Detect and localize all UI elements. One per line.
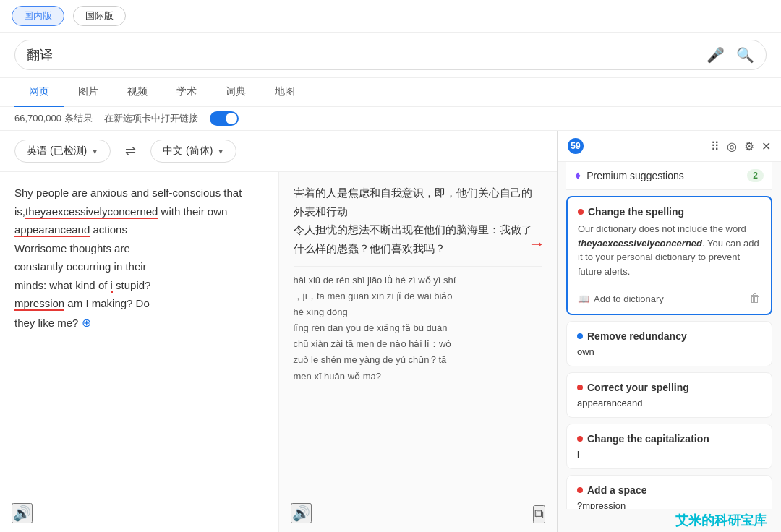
target-audio-button[interactable]: 🔊 xyxy=(291,503,312,523)
source-text: Shy people are anxious and self-consciou… xyxy=(14,184,264,332)
sugg-value-correct-spelling: appearanceand xyxy=(577,398,761,408)
lang-selectors: 英语 (已检测) ▼ ⇌ 中文 (简体) ▼ xyxy=(0,131,557,172)
suggestion-card-space[interactable]: Add a space ?mpression xyxy=(566,475,772,509)
add-to-dictionary-button[interactable]: 📖 Add to dictionary xyxy=(578,293,664,304)
nav-tab-map[interactable]: 地图 xyxy=(260,78,310,107)
sugg-header-spelling: Change the spelling xyxy=(578,206,761,218)
sugg-value-space: ?mpression xyxy=(577,500,761,509)
grammar-header-icons: ⠿ ◎ ⚙ ✕ xyxy=(711,140,771,153)
misspelled-word-label: theyaexcessivelyconcerned xyxy=(578,238,702,249)
target-copy-button[interactable]: ⧉ xyxy=(533,505,545,523)
branding: 艾米的科研宝库 xyxy=(558,509,781,532)
grammar-panel: 59 ⠿ ◎ ⚙ ✕ ♦ Premium suggestions 2 xyxy=(557,131,781,532)
sugg-title-space: Add a space xyxy=(587,484,646,496)
premium-count-badge: 2 xyxy=(747,169,764,182)
add-dict-icon: 📖 xyxy=(578,293,589,304)
search-bar: 🎤 🔍 xyxy=(0,33,781,78)
red-arrow-annotation: → xyxy=(528,230,545,257)
target-icon[interactable]: ◎ xyxy=(727,140,737,153)
dot-red-space xyxy=(577,487,583,493)
target-lang-select[interactable]: 中文 (简体) ▼ xyxy=(150,140,236,163)
sugg-title-spelling: Change the spelling xyxy=(588,206,684,218)
grammar-count-badge: 59 xyxy=(568,138,584,154)
sugg-value-capitalization: i xyxy=(577,449,761,460)
new-tab-toggle[interactable] xyxy=(210,111,239,126)
swap-langs-button[interactable]: ⇌ xyxy=(125,143,136,159)
suggestion-card-capitalization[interactable]: Change the capitalization i xyxy=(566,424,772,469)
spelling-error-word: appearanceand xyxy=(14,223,90,237)
space-error-word: mpression xyxy=(14,297,64,311)
source-lang-select[interactable]: 英语 (已检测) ▼ xyxy=(14,140,111,163)
premium-label: Premium suggestions xyxy=(586,170,684,181)
dot-red-correct xyxy=(577,385,583,390)
search-input-wrap: 🎤 🔍 xyxy=(14,40,767,70)
target-lang-arrow: ▼ xyxy=(217,147,224,155)
tab-domestic[interactable]: 国内版 xyxy=(12,6,64,26)
misspelled-word: theyaexcessivelyconcerned xyxy=(25,205,158,219)
add-dict-row: 📖 Add to dictionary 🗑 xyxy=(578,286,761,305)
sugg-header-capitalization: Change the capitalization xyxy=(577,433,761,445)
sugg-title-capitalization: Change the capitalization xyxy=(587,433,709,445)
add-icon: ⊕ xyxy=(82,317,91,329)
sugg-title-correct-spelling: Correct your spelling xyxy=(587,382,689,393)
dot-blue-redundancy xyxy=(577,333,583,339)
results-meta: 66,700,000 条结果 在新选项卡中打开链接 xyxy=(0,107,781,131)
sugg-value-redundancy: own xyxy=(577,346,761,357)
search-icons: 🎤 🔍 xyxy=(707,46,754,64)
search-icon[interactable]: 🔍 xyxy=(736,46,754,64)
grammar-header-left: 59 xyxy=(568,138,584,154)
premium-bar: ♦ Premium suggestions 2 xyxy=(566,162,772,190)
nav-tab-video[interactable]: 视频 xyxy=(113,78,162,107)
add-dict-label: Add to dictionary xyxy=(594,293,664,304)
new-tab-label: 在新选项卡中打开链接 xyxy=(104,112,198,125)
nav-tab-images[interactable]: 图片 xyxy=(64,78,113,107)
diamond-icon: ♦ xyxy=(575,169,581,182)
sugg-body-spelling: Our dictionary does not include the word… xyxy=(578,222,761,278)
source-lang-label: 英语 (已检测) xyxy=(27,145,87,158)
nav-tabs: 网页 图片 视频 学术 词典 地图 xyxy=(0,78,781,107)
tab-international[interactable]: 国际版 xyxy=(73,6,126,26)
target-text-box: 害着的人是焦虑和自我意识，即，他们关心自己的外表和行动令人担忧的想法不断出现在他… xyxy=(279,172,558,532)
sugg-header-redundancy: Remove redundancy xyxy=(577,330,761,342)
dot-red-cap xyxy=(577,436,583,442)
nav-tab-academic[interactable]: 学术 xyxy=(162,78,211,107)
target-text-chinese: 害着的人是焦虑和自我意识，即，他们关心自己的外表和行动令人担忧的想法不断出现在他… xyxy=(294,184,543,257)
grid-icon[interactable]: ⠿ xyxy=(711,140,720,153)
settings-icon[interactable]: ⚙ xyxy=(744,140,754,153)
nav-tab-webpage[interactable]: 网页 xyxy=(14,78,64,107)
nav-tab-dict[interactable]: 词典 xyxy=(211,78,260,107)
target-lang-label: 中文 (简体) xyxy=(163,145,213,158)
sugg-title-redundancy: Remove redundancy xyxy=(587,330,687,342)
grammar-body[interactable]: ♦ Premium suggestions 2 Change the spell… xyxy=(558,162,781,509)
cap-error-word: i xyxy=(111,279,113,293)
search-input[interactable] xyxy=(27,48,698,63)
suggestion-card-redundancy[interactable]: Remove redundancy own xyxy=(566,321,772,366)
sugg-header-correct-spelling: Correct your spelling xyxy=(577,382,761,393)
redundant-word: own xyxy=(208,205,228,218)
dot-red-spelling xyxy=(578,209,584,215)
source-lang-arrow: ▼ xyxy=(91,147,98,155)
source-text-box[interactable]: Shy people are anxious and self-consciou… xyxy=(0,172,279,532)
branding-text: 艾米的科研宝库 xyxy=(675,513,767,528)
mic-icon[interactable]: 🎤 xyxy=(707,46,725,64)
transliteration-text: hài xiū de rén shì jiāo lǜ hé zì wǒ yì s… xyxy=(294,273,543,385)
main-content: 英语 (已检测) ▼ ⇌ 中文 (简体) ▼ Shy people are an… xyxy=(0,131,781,532)
top-bar: 国内版 国际版 xyxy=(0,0,781,33)
close-icon[interactable]: ✕ xyxy=(761,140,771,153)
suggestion-card-correct-spelling[interactable]: Correct your spelling appearanceand xyxy=(566,372,772,418)
grammar-header: 59 ⠿ ◎ ⚙ ✕ xyxy=(558,131,781,162)
suggestion-card-spelling[interactable]: Change the spelling Our dictionary does … xyxy=(566,196,772,315)
results-count: 66,700,000 条结果 xyxy=(14,112,93,125)
trash-icon[interactable]: 🗑 xyxy=(749,292,761,305)
sugg-header-space: Add a space xyxy=(577,484,761,496)
translation-boxes: Shy people are anxious and self-consciou… xyxy=(0,172,557,532)
translation-panel: 英语 (已检测) ▼ ⇌ 中文 (简体) ▼ Shy people are an… xyxy=(0,131,557,532)
premium-left: ♦ Premium suggestions xyxy=(575,169,684,182)
source-audio-button[interactable]: 🔊 xyxy=(12,503,33,523)
